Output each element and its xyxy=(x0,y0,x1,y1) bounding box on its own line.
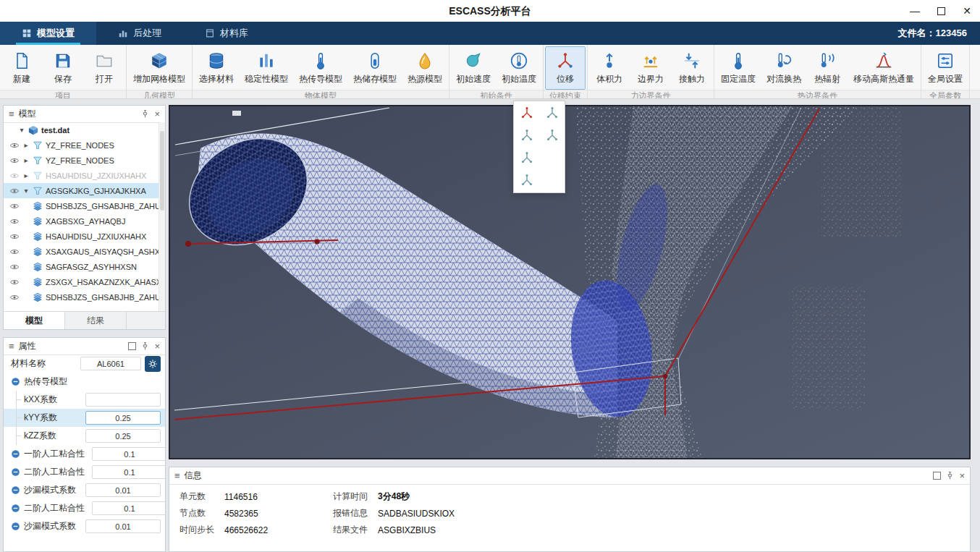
body-force-button[interactable]: 体积力 xyxy=(589,46,630,90)
collapse-minus-icon[interactable] xyxy=(11,485,20,495)
tab-post-processing[interactable]: 后处理 xyxy=(96,22,183,45)
maximize-icon xyxy=(937,7,945,15)
collapse-minus-icon[interactable] xyxy=(11,467,20,477)
visibility-eye-icon[interactable] xyxy=(9,216,20,226)
property-group-row[interactable]: 热传导模型 xyxy=(4,373,165,391)
tree-item[interactable]: ▸ YZ_FREE_NODES xyxy=(4,137,159,153)
tree-item[interactable]: SDHSBJZS_GHSABJHB_ZAHU xyxy=(4,198,159,213)
tree-item[interactable]: ▸ YZ_FREE_NODES xyxy=(4,153,159,168)
visibility-eye-icon[interactable] xyxy=(9,201,20,211)
collapse-minus-icon[interactable] xyxy=(11,522,20,531)
compute-button[interactable]: 计算 xyxy=(971,46,980,90)
visibility-eye-icon[interactable] xyxy=(9,171,20,181)
visibility-eye-icon[interactable] xyxy=(9,140,20,150)
moving-gauss-flux-button[interactable]: 移动高斯热通量 xyxy=(848,46,919,90)
button-label: 体积力 xyxy=(596,73,622,85)
maximize-button[interactable] xyxy=(935,5,947,17)
global-settings-button[interactable]: 全局设置 xyxy=(923,46,968,90)
contact-force-button[interactable]: 接触力 xyxy=(672,46,712,90)
property-input[interactable] xyxy=(92,447,165,461)
collapse-minus-icon[interactable] xyxy=(11,377,20,386)
property-input[interactable] xyxy=(92,501,165,515)
open-button[interactable]: 打开 xyxy=(84,46,124,90)
property-input[interactable] xyxy=(85,519,161,533)
axis-constraint-icon-6[interactable] xyxy=(520,173,534,187)
save-button[interactable]: 保存 xyxy=(43,46,83,90)
tree-item[interactable]: ▸ HSAUHDISU_JZXIUXHAHX xyxy=(4,168,159,183)
property-label: 沙漏模式系数 xyxy=(24,484,76,496)
close-button[interactable]: ✕ xyxy=(961,5,973,17)
restore-icon[interactable] xyxy=(128,342,136,350)
close-panel-icon[interactable]: × xyxy=(154,109,160,119)
stability-model-button[interactable]: 稳定性模型 xyxy=(240,46,293,90)
tree-item-label: YZ_FREE_NODES xyxy=(46,156,114,165)
scrollbar-thumb[interactable] xyxy=(160,131,164,211)
viewport-3d[interactable] xyxy=(169,105,971,459)
boundary-force-button[interactable]: 边界力 xyxy=(630,46,671,90)
tree-item[interactable]: ZSXGX_HSAKAZNZXK_AHASX xyxy=(4,274,159,289)
visibility-eye-icon[interactable] xyxy=(9,277,20,287)
caret-right-icon[interactable]: ▸ xyxy=(22,156,30,164)
select-material-button[interactable]: 选择材料 xyxy=(194,46,239,90)
material-settings-button[interactable] xyxy=(145,356,161,372)
fixed-temperature-button[interactable]: 固定温度 xyxy=(716,46,761,90)
minimize-button[interactable]: — xyxy=(909,5,921,17)
tab-model-settings[interactable]: 模型设置 xyxy=(0,22,96,45)
visibility-eye-icon[interactable] xyxy=(9,262,20,272)
tree-item[interactable]: SAGFASGZ_ASYHHXSN xyxy=(4,259,159,274)
pin-icon[interactable] xyxy=(945,471,955,480)
kzz-input[interactable] xyxy=(85,429,161,443)
mesh-part-icon xyxy=(33,262,43,272)
tab-results[interactable]: 结果 xyxy=(65,312,127,329)
visibility-eye-icon[interactable] xyxy=(9,156,20,166)
radiation-button[interactable]: 热辐射 xyxy=(807,46,848,90)
tab-model[interactable]: 模型 xyxy=(4,312,65,329)
visibility-eye-icon[interactable] xyxy=(9,186,20,196)
heat-conduction-model-button[interactable]: 热传导模型 xyxy=(294,46,347,90)
displacement-button[interactable]: 位移 xyxy=(545,46,586,90)
restore-icon[interactable] xyxy=(933,472,941,480)
axis-constraint-icon-3[interactable] xyxy=(520,128,534,143)
axis-constraint-icon-2[interactable] xyxy=(545,106,559,120)
pin-icon[interactable] xyxy=(140,109,150,119)
material-name-input[interactable] xyxy=(80,357,141,370)
pin-icon[interactable] xyxy=(140,341,150,351)
axis-constraint-icon-1[interactable] xyxy=(520,106,534,120)
heat-source-model-button[interactable]: 热源模型 xyxy=(402,46,447,90)
tree-item-selected[interactable]: ▾ AGSGKJKG_GJHXAJKHXA xyxy=(4,183,159,198)
property-input[interactable] xyxy=(92,465,165,479)
tree-scrollbar[interactable] xyxy=(159,122,165,312)
tree-item[interactable]: XSAXGAUS_AISYAQSH_ASHX xyxy=(4,244,159,259)
viewport-3d-scene[interactable] xyxy=(170,106,969,458)
visibility-eye-icon[interactable] xyxy=(9,292,20,302)
tree-item[interactable]: XAGBSXG_AYHAQBJ xyxy=(4,213,159,229)
initial-velocity-button[interactable]: 初始速度 xyxy=(451,46,496,90)
caret-down-icon[interactable]: ▾ xyxy=(22,187,30,195)
visibility-eye-icon[interactable] xyxy=(9,247,20,257)
axis-constraint-icon-5[interactable] xyxy=(520,150,534,165)
mesh-group-icon xyxy=(33,171,43,181)
mesh-part-icon xyxy=(33,232,43,242)
tab-material-library[interactable]: 材料库 xyxy=(183,22,270,45)
tree-item-label: YZ_FREE_NODES xyxy=(46,141,114,150)
kxx-input[interactable] xyxy=(85,393,161,407)
caret-right-icon[interactable]: ▸ xyxy=(22,141,30,149)
visibility-eye-icon[interactable] xyxy=(9,232,20,242)
new-button[interactable]: 新建 xyxy=(1,46,42,90)
axis-constraint-icon-4[interactable] xyxy=(545,128,559,143)
convection-button[interactable]: 对流换热 xyxy=(761,46,806,90)
kyy-input[interactable] xyxy=(85,411,161,425)
collapse-minus-icon[interactable] xyxy=(11,449,20,459)
heat-storage-model-button[interactable]: 热储存模型 xyxy=(348,46,402,90)
collapse-minus-icon[interactable] xyxy=(11,504,20,513)
tree-item[interactable]: SDHSBJZS_GHSABJHB_ZAHU xyxy=(4,289,159,305)
tree-item[interactable]: HSAUHDISU_JZXIUXHAHX xyxy=(4,229,159,244)
close-panel-icon[interactable]: × xyxy=(154,341,160,351)
property-input[interactable] xyxy=(85,483,161,497)
tree-root-item[interactable]: ▾ test.dat xyxy=(4,122,159,137)
caret-right-icon[interactable]: ▸ xyxy=(22,171,30,179)
caret-down-icon[interactable]: ▾ xyxy=(18,126,25,134)
initial-temperature-button[interactable]: 初始温度 xyxy=(497,46,541,90)
close-panel-icon[interactable]: × xyxy=(959,471,965,480)
add-mesh-model-button[interactable]: 增加网格模型 xyxy=(128,46,190,90)
